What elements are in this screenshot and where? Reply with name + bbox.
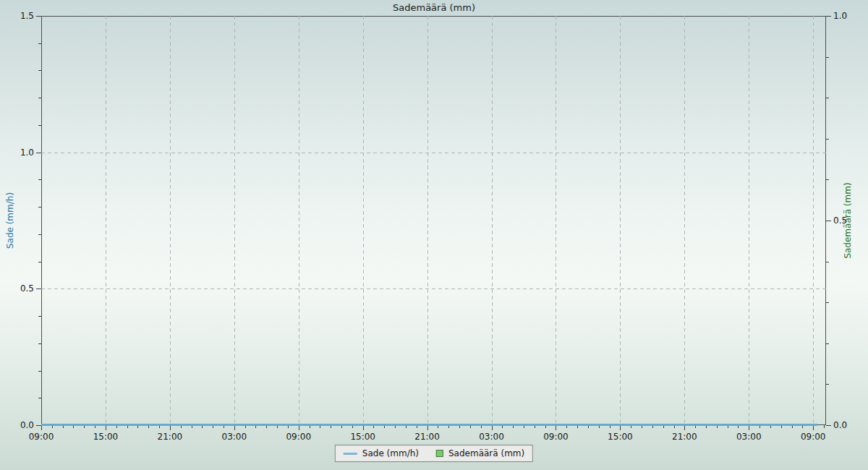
h-gridline [41, 153, 826, 153]
y-left-major-tick [36, 425, 41, 426]
y-right-minor-tick [826, 98, 829, 98]
v-gridline [620, 16, 621, 425]
y-left-minor-tick [38, 316, 41, 317]
v-gridline [749, 16, 749, 425]
square-marker-icon [436, 450, 443, 457]
x-tick-label: 21:00 [414, 432, 440, 442]
legend-item-sade: Sade (mm/h) [344, 448, 419, 458]
v-gridline [427, 16, 428, 425]
y-right-major-tick [826, 16, 831, 17]
v-gridline [106, 16, 106, 425]
y-right-minor-tick [826, 139, 829, 140]
line-marker-icon [344, 453, 357, 455]
x-major-tick [299, 425, 299, 430]
v-gridline [556, 16, 556, 425]
x-minor-tick [824, 425, 825, 428]
x-tick-label: 09:00 [29, 432, 54, 442]
v-gridline [813, 16, 814, 425]
v-gridline [363, 16, 364, 425]
precipitation-chart: Sademäärä (mm) Sade (mm/h) Sademäärä (mm… [0, 0, 868, 470]
x-tick-label: 21:00 [158, 432, 183, 442]
y-right-minor-tick [826, 302, 829, 303]
x-major-tick [620, 425, 621, 430]
x-tick-label: 09:00 [801, 432, 826, 442]
y-left-major-tick [36, 153, 41, 153]
y-left-tick-label: 1.0 [5, 148, 34, 158]
y-right-tick-label: 0.0 [833, 420, 862, 430]
y-left-minor-tick [38, 179, 41, 180]
legend-label-sademaara: Sademäärä (mm) [448, 448, 524, 458]
x-tick-label: 03:00 [222, 432, 247, 442]
x-major-tick [234, 425, 235, 430]
v-gridline [170, 16, 171, 425]
chart-title: Sademäärä (mm) [0, 2, 868, 13]
plot-area [41, 16, 826, 425]
v-gridline [234, 16, 235, 425]
legend: Sade (mm/h) Sademäärä (mm) [335, 445, 533, 462]
x-tick-label: 09:00 [543, 432, 569, 442]
y-left-minor-tick [38, 371, 41, 372]
x-major-tick [41, 425, 42, 430]
y-right-minor-tick [826, 343, 829, 344]
v-gridline [492, 16, 493, 425]
v-gridline [684, 16, 685, 425]
x-tick-label: 15:00 [93, 432, 119, 442]
y-left-major-tick [36, 289, 41, 289]
x-tick-label: 21:00 [672, 432, 697, 442]
y-left-minor-tick [38, 70, 41, 71]
x-major-tick [427, 425, 428, 430]
legend-label-sade: Sade (mm/h) [362, 448, 419, 458]
y-left-tick-label: 0.0 [5, 420, 34, 430]
y-right-minor-tick [826, 384, 829, 385]
x-tick-label: 03:00 [736, 432, 762, 442]
y-left-minor-tick [38, 262, 41, 262]
y-right-tick-label: 1.0 [833, 11, 862, 21]
v-gridline [299, 16, 299, 425]
y-left-major-tick [36, 16, 41, 17]
y-left-minor-tick [38, 98, 41, 98]
y-left-minor-tick [38, 43, 41, 44]
y-right-minor-tick [826, 57, 829, 58]
x-major-tick [556, 425, 556, 430]
y-left-tick-label: 0.5 [5, 283, 34, 294]
x-major-tick [363, 425, 364, 430]
x-tick-label: 15:00 [608, 432, 633, 442]
y-right-major-tick [826, 221, 831, 221]
x-major-tick [170, 425, 171, 430]
x-major-tick [106, 425, 106, 430]
y-right-minor-tick [826, 179, 829, 180]
x-tick-label: 15:00 [350, 432, 375, 442]
series-line-sade [41, 424, 817, 426]
x-tick-label: 03:00 [479, 432, 504, 442]
y-right-major-tick [826, 425, 831, 426]
y-right-minor-tick [826, 262, 829, 262]
x-major-tick [684, 425, 685, 430]
x-major-tick [749, 425, 749, 430]
legend-item-sademaara: Sademäärä (mm) [436, 448, 524, 458]
left-axis-title: Sade (mm/h) [5, 192, 15, 249]
x-tick-label: 09:00 [286, 432, 311, 442]
x-major-tick [492, 425, 493, 430]
y-left-minor-tick [38, 343, 41, 344]
y-left-minor-tick [38, 125, 41, 126]
y-left-minor-tick [38, 207, 41, 208]
y-left-tick-label: 1.5 [5, 11, 34, 21]
h-gridline [41, 289, 826, 289]
x-major-tick [813, 425, 814, 430]
y-left-minor-tick [38, 234, 41, 235]
y-right-tick-label: 0.5 [833, 215, 862, 226]
y-left-minor-tick [38, 398, 41, 398]
